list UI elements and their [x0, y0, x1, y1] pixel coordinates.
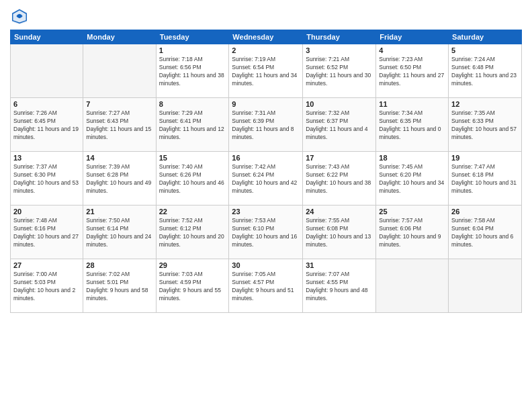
- calendar-week-row: 6Sunrise: 7:26 AM Sunset: 6:45 PM Daylig…: [11, 98, 522, 152]
- day-info: Sunrise: 7:55 AM Sunset: 6:08 PM Dayligh…: [306, 217, 373, 249]
- calendar-day-cell: 23Sunrise: 7:53 AM Sunset: 6:10 PM Dayli…: [229, 205, 303, 259]
- day-info: Sunrise: 7:53 AM Sunset: 6:10 PM Dayligh…: [232, 217, 300, 249]
- day-info: Sunrise: 7:43 AM Sunset: 6:22 PM Dayligh…: [306, 163, 373, 195]
- day-number: 19: [451, 154, 519, 162]
- day-info: Sunrise: 7:26 AM Sunset: 6:45 PM Dayligh…: [13, 109, 80, 142]
- day-number: 16: [232, 154, 300, 162]
- day-number: 29: [159, 261, 226, 269]
- day-number: 13: [13, 154, 80, 162]
- weekday-header: Monday: [83, 30, 156, 44]
- calendar-day-cell: 5Sunrise: 7:24 AM Sunset: 6:48 PM Daylig…: [449, 44, 522, 98]
- day-number: 1: [159, 46, 226, 54]
- day-info: Sunrise: 7:47 AM Sunset: 6:18 PM Dayligh…: [451, 163, 519, 195]
- day-info: Sunrise: 7:03 AM Sunset: 4:59 PM Dayligh…: [159, 271, 226, 303]
- day-number: 14: [86, 154, 152, 162]
- calendar-day-cell: 29Sunrise: 7:03 AM Sunset: 4:59 PM Dayli…: [156, 259, 229, 313]
- day-number: 11: [379, 100, 445, 108]
- calendar-day-cell: 9Sunrise: 7:31 AM Sunset: 6:39 PM Daylig…: [229, 98, 303, 152]
- day-info: Sunrise: 7:05 AM Sunset: 4:57 PM Dayligh…: [232, 271, 300, 303]
- weekday-header: Saturday: [449, 30, 522, 44]
- calendar-day-cell: 30Sunrise: 7:05 AM Sunset: 4:57 PM Dayli…: [229, 259, 303, 313]
- day-info: Sunrise: 7:18 AM Sunset: 6:56 PM Dayligh…: [159, 56, 226, 88]
- day-number: 24: [306, 208, 373, 216]
- calendar-day-cell: 14Sunrise: 7:39 AM Sunset: 6:28 PM Dayli…: [83, 152, 156, 205]
- day-number: 26: [451, 208, 519, 216]
- calendar-week-row: 13Sunrise: 7:37 AM Sunset: 6:30 PM Dayli…: [11, 152, 522, 205]
- calendar-day-cell: 31Sunrise: 7:07 AM Sunset: 4:55 PM Dayli…: [303, 259, 376, 313]
- day-number: 3: [306, 46, 373, 54]
- calendar-day-cell: 28Sunrise: 7:02 AM Sunset: 5:01 PM Dayli…: [83, 259, 156, 313]
- day-number: 17: [306, 154, 373, 162]
- calendar-day-cell: 7Sunrise: 7:27 AM Sunset: 6:43 PM Daylig…: [83, 98, 156, 152]
- calendar-week-row: 20Sunrise: 7:48 AM Sunset: 6:16 PM Dayli…: [11, 205, 522, 259]
- calendar-day-cell: 24Sunrise: 7:55 AM Sunset: 6:08 PM Dayli…: [303, 205, 376, 259]
- weekday-header: Thursday: [303, 30, 376, 44]
- day-number: 20: [13, 208, 80, 216]
- day-info: Sunrise: 7:00 AM Sunset: 5:03 PM Dayligh…: [13, 271, 80, 303]
- day-number: 30: [232, 261, 300, 269]
- day-info: Sunrise: 7:40 AM Sunset: 6:26 PM Dayligh…: [159, 163, 226, 195]
- day-number: 18: [379, 154, 445, 162]
- calendar-day-cell: 27Sunrise: 7:00 AM Sunset: 5:03 PM Dayli…: [11, 259, 83, 313]
- calendar-day-cell: 12Sunrise: 7:35 AM Sunset: 6:33 PM Dayli…: [449, 98, 522, 152]
- day-number: 25: [379, 208, 445, 216]
- calendar-day-cell: 10Sunrise: 7:32 AM Sunset: 6:37 PM Dayli…: [303, 98, 376, 152]
- day-info: Sunrise: 7:58 AM Sunset: 6:04 PM Dayligh…: [451, 217, 519, 249]
- day-info: Sunrise: 7:23 AM Sunset: 6:50 PM Dayligh…: [379, 56, 445, 88]
- calendar-day-cell: [449, 259, 522, 313]
- calendar-day-cell: 13Sunrise: 7:37 AM Sunset: 6:30 PM Dayli…: [11, 152, 83, 205]
- day-number: 12: [451, 100, 519, 108]
- day-info: Sunrise: 7:35 AM Sunset: 6:33 PM Dayligh…: [451, 109, 519, 142]
- calendar-week-row: 1Sunrise: 7:18 AM Sunset: 6:56 PM Daylig…: [11, 44, 522, 98]
- day-number: 5: [451, 46, 519, 54]
- calendar-day-cell: 20Sunrise: 7:48 AM Sunset: 6:16 PM Dayli…: [11, 205, 83, 259]
- day-info: Sunrise: 7:31 AM Sunset: 6:39 PM Dayligh…: [232, 109, 300, 142]
- calendar-day-cell: 22Sunrise: 7:52 AM Sunset: 6:12 PM Dayli…: [156, 205, 229, 259]
- day-info: Sunrise: 7:07 AM Sunset: 4:55 PM Dayligh…: [306, 271, 373, 303]
- day-info: Sunrise: 7:45 AM Sunset: 6:20 PM Dayligh…: [379, 163, 445, 195]
- day-number: 22: [159, 208, 226, 216]
- day-info: Sunrise: 7:34 AM Sunset: 6:35 PM Dayligh…: [379, 109, 445, 142]
- day-info: Sunrise: 7:27 AM Sunset: 6:43 PM Dayligh…: [86, 109, 152, 142]
- weekday-header: Friday: [376, 30, 449, 44]
- weekday-header: Sunday: [11, 30, 83, 44]
- day-number: 7: [86, 100, 152, 108]
- calendar-day-cell: 15Sunrise: 7:40 AM Sunset: 6:26 PM Dayli…: [156, 152, 229, 205]
- weekday-header-row: SundayMondayTuesdayWednesdayThursdayFrid…: [11, 30, 522, 44]
- calendar-day-cell: 25Sunrise: 7:57 AM Sunset: 6:06 PM Dayli…: [376, 205, 449, 259]
- day-number: 10: [306, 100, 373, 108]
- calendar-day-cell: 6Sunrise: 7:26 AM Sunset: 6:45 PM Daylig…: [11, 98, 83, 152]
- day-number: 9: [232, 100, 300, 108]
- day-info: Sunrise: 7:42 AM Sunset: 6:24 PM Dayligh…: [232, 163, 300, 195]
- logo-icon: [10, 7, 29, 26]
- calendar-day-cell: 11Sunrise: 7:34 AM Sunset: 6:35 PM Dayli…: [376, 98, 449, 152]
- day-info: Sunrise: 7:37 AM Sunset: 6:30 PM Dayligh…: [13, 163, 80, 195]
- logo: [10, 7, 32, 26]
- day-info: Sunrise: 7:57 AM Sunset: 6:06 PM Dayligh…: [379, 217, 445, 249]
- day-number: 31: [306, 261, 373, 269]
- day-number: 6: [13, 100, 80, 108]
- day-info: Sunrise: 7:32 AM Sunset: 6:37 PM Dayligh…: [306, 109, 373, 142]
- calendar-day-cell: [83, 44, 156, 98]
- day-number: 27: [13, 261, 80, 269]
- day-info: Sunrise: 7:24 AM Sunset: 6:48 PM Dayligh…: [451, 56, 519, 88]
- calendar-day-cell: 21Sunrise: 7:50 AM Sunset: 6:14 PM Dayli…: [83, 205, 156, 259]
- day-number: 8: [159, 100, 226, 108]
- calendar-day-cell: 16Sunrise: 7:42 AM Sunset: 6:24 PM Dayli…: [229, 152, 303, 205]
- day-info: Sunrise: 7:21 AM Sunset: 6:52 PM Dayligh…: [306, 56, 373, 88]
- calendar-day-cell: 26Sunrise: 7:58 AM Sunset: 6:04 PM Dayli…: [449, 205, 522, 259]
- day-info: Sunrise: 7:02 AM Sunset: 5:01 PM Dayligh…: [86, 271, 152, 303]
- day-info: Sunrise: 7:52 AM Sunset: 6:12 PM Dayligh…: [159, 217, 226, 249]
- day-info: Sunrise: 7:29 AM Sunset: 6:41 PM Dayligh…: [159, 109, 226, 142]
- calendar-day-cell: 3Sunrise: 7:21 AM Sunset: 6:52 PM Daylig…: [303, 44, 376, 98]
- calendar-week-row: 27Sunrise: 7:00 AM Sunset: 5:03 PM Dayli…: [11, 259, 522, 313]
- weekday-header: Wednesday: [229, 30, 303, 44]
- day-number: 23: [232, 208, 300, 216]
- day-info: Sunrise: 7:19 AM Sunset: 6:54 PM Dayligh…: [232, 56, 300, 88]
- day-info: Sunrise: 7:50 AM Sunset: 6:14 PM Dayligh…: [86, 217, 152, 249]
- day-number: 15: [159, 154, 226, 162]
- day-number: 4: [379, 46, 445, 54]
- day-info: Sunrise: 7:48 AM Sunset: 6:16 PM Dayligh…: [13, 217, 80, 249]
- calendar-day-cell: 1Sunrise: 7:18 AM Sunset: 6:56 PM Daylig…: [156, 44, 229, 98]
- day-info: Sunrise: 7:39 AM Sunset: 6:28 PM Dayligh…: [86, 163, 152, 195]
